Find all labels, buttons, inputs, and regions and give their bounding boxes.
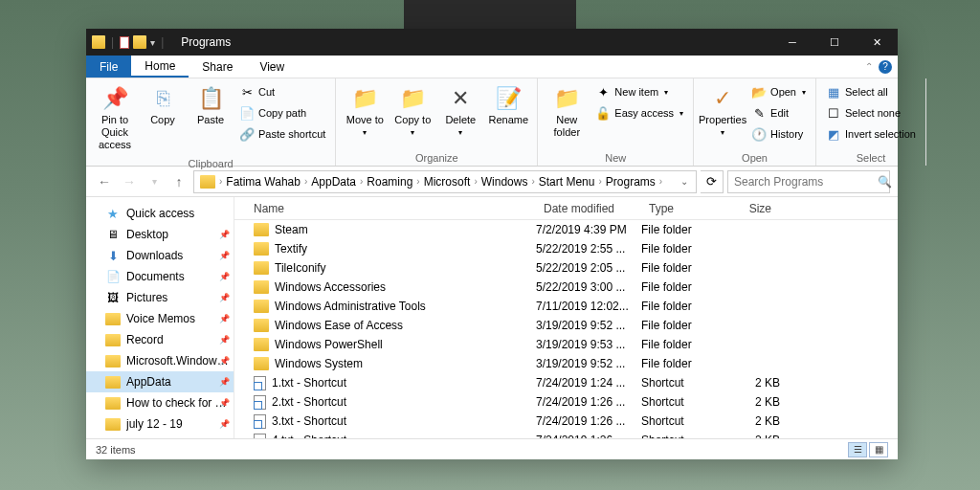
- delete-button[interactable]: ✕Delete▾: [437, 81, 483, 142]
- copy-to-button[interactable]: 📁Copy to▾: [390, 81, 435, 142]
- rename-button[interactable]: 📝Rename: [485, 81, 531, 130]
- sidebar-item[interactable]: 🖼Pictures📌: [86, 287, 234, 308]
- file-row[interactable]: 1.txt - Shortcut7/24/2019 1:24 ...Shortc…: [234, 373, 898, 392]
- move-to-button[interactable]: 📁Move to▾: [342, 81, 388, 142]
- sidebar-item[interactable]: ★Quick access: [86, 203, 234, 224]
- sidebar-item[interactable]: 📄Documents📌: [86, 266, 234, 287]
- copyto-icon: 📁: [399, 85, 426, 112]
- open-button[interactable]: 📂Open▾: [747, 81, 810, 102]
- statusbar: 32 items ☰ ▦: [86, 438, 898, 459]
- file-row[interactable]: Windows Ease of Access3/19/2019 9:52 ...…: [234, 316, 898, 335]
- breadcrumb-dropdown[interactable]: ⌄: [675, 176, 694, 187]
- select-all-button[interactable]: ▦Select all: [822, 81, 920, 102]
- breadcrumb-segment[interactable]: AppData: [307, 175, 360, 189]
- paste-button[interactable]: 📋Paste: [188, 81, 234, 130]
- copy-button[interactable]: ⎘Copy: [140, 81, 186, 130]
- file-row[interactable]: Textify5/22/2019 2:55 ...File folder: [234, 239, 898, 258]
- chevron-down-icon[interactable]: ▾: [150, 37, 155, 48]
- file-row[interactable]: TileIconify5/22/2019 2:05 ...File folder: [234, 258, 898, 278]
- recent-dropdown[interactable]: ▾: [144, 171, 165, 192]
- breadcrumb-segment[interactable]: Microsoft: [420, 175, 475, 189]
- sidebar[interactable]: ★Quick access🖥Desktop📌⬇Downloads📌📄Docume…: [86, 197, 234, 438]
- sidebar-item[interactable]: Voice Memos📌: [86, 308, 234, 329]
- col-date[interactable]: Date modified: [536, 202, 641, 215]
- file-type: File folder: [641, 261, 713, 275]
- col-size[interactable]: Size: [713, 202, 780, 215]
- file-row[interactable]: Windows System3/19/2019 9:52 ...File fol…: [234, 354, 898, 373]
- selectnone-icon: ☐: [826, 105, 841, 121]
- maximize-button[interactable]: ☐: [813, 29, 856, 56]
- invert-selection-button[interactable]: ◩Invert selection: [822, 123, 920, 145]
- folder-icon: [105, 374, 121, 390]
- copy-path-button[interactable]: 📄Copy path: [235, 102, 329, 123]
- pin-icon: 📌: [219, 356, 230, 366]
- paste-shortcut-button[interactable]: 🔗Paste shortcut: [235, 123, 329, 145]
- col-type[interactable]: Type: [641, 202, 713, 215]
- breadcrumb-segment[interactable]: Roaming: [363, 175, 416, 189]
- breadcrumb-segment[interactable]: Windows: [478, 175, 532, 189]
- tab-view[interactable]: View: [246, 56, 298, 78]
- properties-button[interactable]: ✓Properties▾: [700, 81, 746, 142]
- shortcut-icon: [254, 414, 266, 429]
- icons-view-button[interactable]: ▦: [869, 442, 888, 457]
- breadcrumb-segment[interactable]: Fatima Wahab: [222, 175, 304, 189]
- copy-icon: ⎘: [149, 85, 176, 112]
- new-folder-button[interactable]: 📁New folder: [544, 81, 590, 143]
- back-button[interactable]: ←: [94, 171, 115, 192]
- details-view-button[interactable]: ☰: [848, 442, 867, 457]
- collapse-ribbon-icon[interactable]: ⌃: [865, 61, 873, 72]
- up-button[interactable]: ↑: [168, 171, 189, 192]
- sidebar-item[interactable]: Screenshots📌: [86, 434, 234, 438]
- file-date: 3/19/2019 9:52 ...: [536, 357, 641, 370]
- file-row[interactable]: 2.txt - Shortcut7/24/2019 1:26 ...Shortc…: [234, 392, 898, 412]
- cut-button[interactable]: ✂Cut: [235, 81, 329, 102]
- moveto-icon: 📁: [351, 85, 378, 112]
- file-menu[interactable]: File: [86, 56, 131, 78]
- sidebar-item[interactable]: Microsoft.WindowsTerminal📌: [86, 350, 234, 371]
- file-name: Windows Ease of Access: [275, 319, 403, 332]
- file-type: File folder: [641, 300, 713, 313]
- pin-quick-access-button[interactable]: 📌Pin to Quick access: [92, 81, 138, 156]
- close-button[interactable]: ✕: [856, 29, 898, 56]
- file-name: Windows System: [275, 357, 363, 370]
- history-button[interactable]: 🕐History: [747, 123, 810, 145]
- col-name[interactable]: Name: [234, 202, 536, 215]
- file-row[interactable]: Windows Accessories5/22/2019 3:00 ...Fil…: [234, 278, 898, 297]
- file-name: Windows Administrative Tools: [275, 300, 426, 313]
- breadcrumb[interactable]: › Fatima Wahab›AppData›Roaming›Microsoft…: [193, 170, 697, 193]
- sidebar-item[interactable]: How to check for Trusted📌: [86, 392, 234, 413]
- tab-home[interactable]: Home: [131, 56, 189, 78]
- minimize-button[interactable]: ─: [771, 29, 813, 56]
- sidebar-item[interactable]: 🖥Desktop📌: [86, 224, 234, 245]
- pin-icon: 📌: [219, 335, 230, 345]
- edit-button[interactable]: ✎Edit: [747, 102, 810, 123]
- forward-button[interactable]: →: [119, 171, 140, 192]
- search-box[interactable]: 🔍: [727, 170, 890, 193]
- file-row[interactable]: 4.txt - Shortcut7/24/2019 1:26 ...Shortc…: [234, 431, 898, 438]
- new-item-button[interactable]: ✦New item▾: [591, 81, 687, 102]
- sidebar-item[interactable]: ⬇Downloads📌: [86, 245, 234, 266]
- file-type: File folder: [641, 357, 713, 370]
- shortcut-icon: [254, 395, 266, 410]
- file-type: Shortcut: [641, 376, 713, 390]
- breadcrumb-segment[interactable]: Programs: [602, 175, 659, 189]
- file-row[interactable]: Steam7/2/2019 4:39 PMFile folder: [234, 220, 898, 239]
- file-row[interactable]: Windows PowerShell3/19/2019 9:53 ...File…: [234, 335, 898, 354]
- breadcrumb-segment[interactable]: Start Menu: [535, 175, 599, 189]
- paste-icon: 📋: [197, 85, 224, 112]
- file-row[interactable]: 3.txt - Shortcut7/24/2019 1:26 ...Shortc…: [234, 412, 898, 431]
- search-input[interactable]: [734, 175, 878, 189]
- tab-share[interactable]: Share: [189, 56, 246, 78]
- sidebar-label: Record: [126, 333, 164, 346]
- select-none-button[interactable]: ☐Select none: [822, 102, 920, 123]
- refresh-button[interactable]: ⟳: [701, 170, 724, 193]
- edit-icon: ✎: [751, 105, 767, 121]
- sidebar-item[interactable]: july 12 - 19📌: [86, 413, 234, 434]
- easy-access-button[interactable]: 🔓Easy access▾: [591, 102, 687, 123]
- file-row[interactable]: Windows Administrative Tools7/11/2019 12…: [234, 297, 898, 316]
- sidebar-item[interactable]: Record📌: [86, 329, 234, 350]
- sidebar-item[interactable]: AppData📌: [86, 371, 234, 392]
- help-icon[interactable]: ?: [879, 60, 892, 74]
- file-date: 5/22/2019 2:55 ...: [536, 242, 641, 256]
- file-list[interactable]: Steam7/2/2019 4:39 PMFile folderTextify5…: [234, 220, 898, 438]
